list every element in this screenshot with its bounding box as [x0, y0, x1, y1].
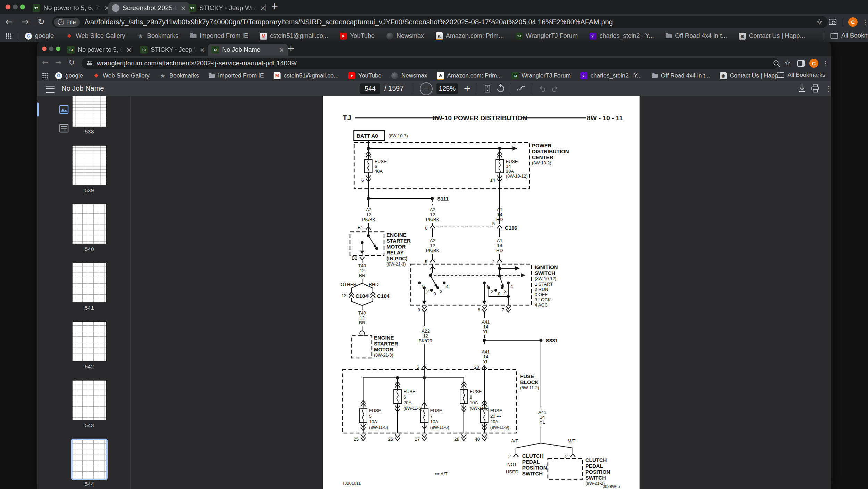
menu-kebab-icon[interactable]: ⋮ — [825, 84, 831, 93]
close-window-light[interactable] — [6, 5, 10, 9]
bookmark-google[interactable]: Ggoogle — [25, 32, 54, 40]
back-icon[interactable]: ← — [6, 17, 13, 27]
svg-text:4: 4 — [446, 284, 449, 289]
apps-grid-icon[interactable] — [6, 33, 11, 39]
bookmark-youtube[interactable]: YouTube — [340, 32, 375, 40]
svg-text:SWITCH: SWITCH — [585, 475, 606, 481]
window-search-icon[interactable] — [828, 18, 837, 27]
svg-text:2: 2 — [491, 289, 493, 294]
fit-page-icon[interactable] — [483, 84, 492, 93]
svg-text:FUSE: FUSE — [369, 408, 381, 413]
new-tab-button[interactable]: + — [271, 1, 278, 11]
yahoo-favicon: y! — [590, 33, 596, 40]
reload-icon[interactable]: ↻ — [37, 17, 45, 27]
bookmark-amazon[interactable]: aAmazon.com: Prim... — [436, 32, 504, 40]
svg-text:FUSE: FUSE — [470, 389, 482, 394]
file-scheme-chip[interactable]: i File — [54, 18, 80, 27]
close-tab-icon: × — [126, 46, 132, 54]
bookmark-contact-us[interactable]: ◉Contact Us | Happ... — [739, 32, 805, 40]
minimize-window-light[interactable] — [13, 5, 18, 9]
svg-text:IGNITION: IGNITION — [535, 264, 558, 270]
outline-view-icon[interactable] — [57, 121, 71, 135]
svg-text:A41: A41 — [482, 319, 490, 325]
bookmark-contact-us: ◉Contact Us | Happ... — [720, 72, 783, 79]
zoom-level-input[interactable]: 125% — [436, 83, 458, 94]
toolbar-divider — [510, 84, 510, 93]
rotate-icon[interactable] — [496, 84, 505, 93]
bookmark-imported-from-ie[interactable]: Imported From IE — [190, 32, 248, 40]
svg-text:POWER: POWER — [532, 142, 552, 148]
svg-text:PK/BK: PK/BK — [362, 217, 376, 222]
outer-tab-1[interactable]: TJ No power to 5, 6, 7, and 8 fu × — [29, 2, 113, 14]
svg-text:POSITION: POSITION — [585, 469, 610, 475]
battery-feed: BATT A0 (8W-10-7) — [354, 131, 408, 148]
outer-tab-3[interactable]: TJ STICKY - Jeep Wrangler TJ F × — [185, 2, 269, 14]
bookmark-off-road[interactable]: Off Road 4x4 in t... — [666, 32, 727, 40]
annotate-pen-icon[interactable] — [516, 84, 526, 93]
svg-text:40A: 40A — [375, 169, 383, 174]
zoom-in-button[interactable]: + — [464, 83, 471, 93]
viewed-image-background: TJ No power to 5, 6, 7, and 8 fu × TJ ST… — [0, 42, 868, 489]
svg-text:20 ▪▪▪: 20 ▪▪▪ — [490, 414, 501, 419]
google-favicon: G — [25, 33, 32, 40]
svg-text:C106: C106 — [505, 225, 517, 231]
svg-text:M/T: M/T — [568, 438, 575, 443]
tj-forum-favicon: TJ — [67, 46, 75, 54]
bookmark-star-icon[interactable]: ☆ — [816, 18, 823, 26]
maximize-window-light[interactable] — [20, 5, 25, 9]
profile-avatar[interactable]: C — [848, 17, 858, 27]
bookmark-wranglertj-forum[interactable]: TJWranglerTJ Forum — [516, 32, 578, 40]
tj-forum-favicon: TJ — [140, 46, 148, 54]
outer-tab-2-active[interactable]: Screenshot 2025-08-17 at 5.0 × — [108, 2, 190, 14]
zoom-out-button[interactable]: − — [420, 82, 433, 95]
thumbnail-page-538[interactable] — [73, 96, 106, 127]
undo-icon[interactable] — [537, 84, 546, 93]
thumbnail-page-543[interactable] — [73, 381, 106, 420]
thumbnail-label: 541 — [71, 305, 108, 311]
download-icon[interactable] — [798, 84, 807, 93]
print-icon[interactable] — [811, 84, 820, 93]
bookmark-yahoo: y!charles_stein2 - Y... — [581, 72, 642, 79]
apps-grid-icon — [42, 73, 48, 79]
svg-text:14: 14 — [497, 212, 502, 217]
close-tab-icon[interactable]: × — [260, 4, 266, 12]
bookmark-web-slice-gallery[interactable]: ❖Web Slice Gallery — [66, 32, 125, 40]
thumbnail-page-540[interactable] — [73, 204, 106, 244]
svg-text:12: 12 — [366, 212, 371, 217]
url-text: wranglertjforum.com/attachments/2002-tj-… — [97, 59, 774, 67]
thumbnails-view-icon[interactable] — [57, 103, 71, 116]
forward-icon[interactable]: → — [22, 17, 29, 27]
thumbnail-page-539[interactable] — [73, 146, 106, 185]
outer-address-bar[interactable]: i File /var/folders/y_/sths_z9n7y11wb0tx… — [52, 16, 828, 28]
thumbnail-page-541[interactable] — [73, 263, 106, 302]
thumbnail-page-544-selected[interactable] — [73, 440, 106, 479]
page-number-input[interactable]: 544 — [360, 83, 380, 94]
svg-text:14: 14 — [540, 415, 545, 420]
new-tab-button: + — [287, 43, 295, 54]
back-icon: ← — [42, 58, 48, 67]
svg-text:12: 12 — [423, 333, 428, 339]
menu-hamburger-icon[interactable] — [46, 86, 55, 93]
outer-tab-strip: TJ No power to 5, 6, 7, and 8 fu × Scree… — [0, 0, 868, 14]
svg-text:RHD: RHD — [369, 282, 378, 287]
bookmark-bookmarks[interactable]: ★Bookmarks — [137, 32, 178, 40]
redo-icon[interactable] — [551, 84, 560, 93]
all-bookmarks-button[interactable]: All Bookmarks — [831, 32, 868, 39]
menu-kebab-icon[interactable]: ⋮ — [862, 18, 868, 26]
bookmark-gmail[interactable]: Mcstein51@gmail.co... — [260, 32, 328, 40]
bookmark-gmail: Mcstein51@gmail.co... — [274, 72, 339, 79]
svg-text:27: 27 — [415, 437, 420, 442]
tab-title: STICKY - Jeep Wrangler TJ F — [199, 4, 257, 12]
tj-forum-favicon: TJ — [33, 4, 40, 12]
svg-text:(8W-11-5): (8W-11-5) — [403, 406, 423, 411]
menu-kebab-icon: ⋮ — [823, 59, 829, 67]
bookmark-newsmax[interactable]: Newsmax — [386, 32, 424, 40]
bookmark-yahoo[interactable]: y!charles_stein2 - Y... — [590, 32, 654, 40]
bookmark-web-slice-gallery: ❖Web Slice Gallery — [93, 72, 150, 79]
svg-text:J028W-5: J028W-5 — [603, 484, 620, 489]
amazon-favicon: a — [436, 32, 443, 40]
svg-text:RELAY: RELAY — [386, 250, 403, 255]
folder-icon — [831, 33, 838, 39]
svg-text:A2: A2 — [366, 207, 372, 212]
thumbnail-page-542[interactable] — [73, 322, 106, 361]
